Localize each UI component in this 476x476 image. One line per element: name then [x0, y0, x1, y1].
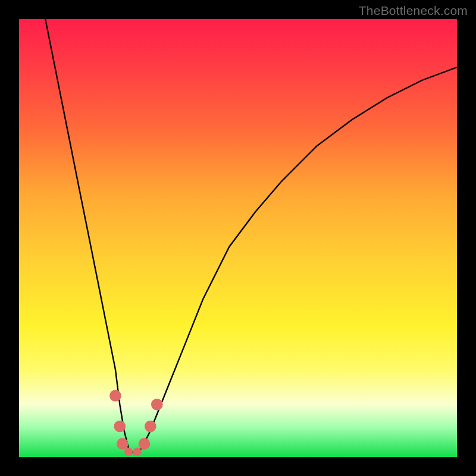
valley-dot-1: [124, 447, 133, 456]
chart-plot-area: [19, 19, 457, 457]
valley-dot-2: [133, 447, 142, 456]
left-dot-low: [117, 438, 129, 450]
chart-svg: [19, 19, 457, 457]
left-dot-mid: [114, 421, 126, 433]
left-dot-upper: [109, 390, 121, 402]
right-dot-mid: [145, 421, 156, 433]
chart-frame: TheBottleneck.com: [0, 0, 476, 476]
right-dot-low: [139, 438, 151, 450]
watermark-text: TheBottleneck.com: [359, 4, 468, 18]
marker-group: [109, 390, 163, 456]
right-dot-upper: [151, 399, 163, 411]
bottleneck-curve: [45, 19, 457, 453]
